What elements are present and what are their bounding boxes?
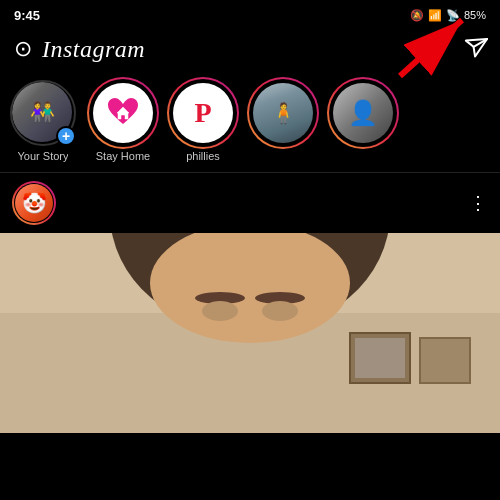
person1-ring-inner: 🧍 (249, 79, 317, 147)
post-avatar-ring: 🤡 (12, 181, 56, 225)
story-label-phillies: phillies (186, 150, 220, 162)
your-story-wrapper: 👫 + (10, 80, 76, 146)
post-user: 🤡 (12, 181, 56, 225)
post-avatar-inner: 🤡 (14, 183, 54, 223)
heart-home-svg (104, 94, 142, 132)
stay-home-ring-inner (89, 79, 157, 147)
post-avatar[interactable]: 🤡 (15, 184, 53, 222)
story-label-your-story: Your Story (18, 150, 69, 162)
add-story-badge: + (56, 126, 76, 146)
svg-line-1 (400, 20, 462, 76)
svg-point-15 (262, 301, 298, 321)
post-photo-svg (0, 233, 500, 433)
story-label-stay-home: Stay Home (96, 150, 150, 162)
story-item-your-story[interactable]: 👫 + Your Story (10, 80, 76, 162)
person1-wrapper: 🧍 (250, 80, 316, 146)
phillies-avatar: P (173, 83, 233, 143)
svg-point-14 (202, 301, 238, 321)
signal-icon: 📡 (446, 9, 460, 22)
status-bar: 9:45 🔕 📶 📡 85% (0, 0, 500, 28)
story-item-person1[interactable]: 🧍 (250, 80, 316, 150)
phillies-wrapper: P (170, 80, 236, 146)
person2-ring-inner: 👤 (329, 79, 397, 147)
person1-avatar: 🧍 (253, 83, 313, 143)
stories-row: 👫 + Your Story (0, 72, 500, 172)
story-item-phillies[interactable]: P phillies (170, 80, 236, 162)
camera-icon[interactable]: ⊙ (14, 36, 32, 62)
person2-wrapper: 👤 (330, 80, 396, 146)
person2-avatar: 👤 (333, 83, 393, 143)
story-item-person2[interactable]: 👤 (330, 80, 396, 150)
status-time: 9:45 (14, 8, 40, 23)
post-image (0, 233, 500, 433)
phillies-ring: P (167, 77, 239, 149)
send-icon[interactable] (459, 31, 490, 66)
svg-rect-18 (355, 338, 405, 378)
notification-icon: 🔕 (410, 9, 424, 22)
status-icons: 🔕 📶 📡 85% (410, 9, 486, 22)
stay-home-ring (87, 77, 159, 149)
story-item-stay-home[interactable]: Stay Home (90, 80, 156, 162)
stay-home-avatar (93, 83, 153, 143)
phillies-ring-inner: P (169, 79, 237, 147)
post-header: 🤡 ⋮ (0, 173, 500, 233)
person2-ring: 👤 (327, 77, 399, 149)
app-title: Instagram (42, 36, 145, 63)
app-header: ⊙ Instagram (0, 28, 500, 72)
person1-ring: 🧍 (247, 77, 319, 149)
wifi-icon: 📶 (428, 9, 442, 22)
header-left: ⊙ Instagram (14, 36, 145, 63)
post-more-icon[interactable]: ⋮ (469, 192, 488, 214)
svg-rect-17 (420, 338, 470, 383)
battery-label: 85% (464, 9, 486, 21)
stay-home-wrapper (90, 80, 156, 146)
